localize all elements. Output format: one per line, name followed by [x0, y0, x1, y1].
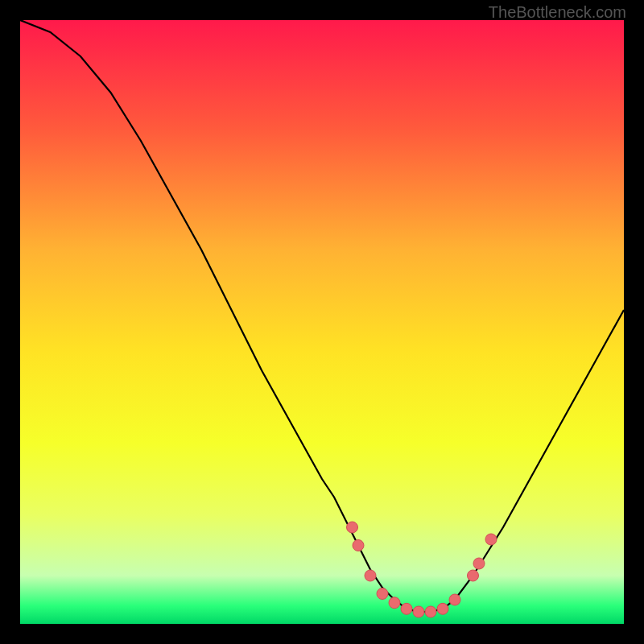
curve-layer: [20, 20, 624, 624]
plot-area: [20, 20, 624, 624]
data-dot: [485, 534, 497, 545]
data-dot: [468, 570, 479, 581]
data-dot: [413, 606, 424, 617]
data-dot: [377, 588, 388, 600]
data-dot: [347, 522, 358, 533]
attribution-text: TheBottleneck.com: [489, 3, 626, 22]
data-dot: [425, 606, 436, 617]
data-dot: [437, 603, 448, 614]
bottleneck-curve: [20, 20, 624, 612]
data-dot: [473, 558, 485, 569]
data-dot: [449, 594, 460, 605]
data-dot: [353, 540, 364, 551]
data-dot: [389, 597, 400, 609]
chart-frame: TheBottleneck.com: [0, 0, 644, 644]
data-dot: [365, 570, 376, 581]
data-dots: [347, 522, 497, 617]
data-dot: [401, 603, 412, 614]
